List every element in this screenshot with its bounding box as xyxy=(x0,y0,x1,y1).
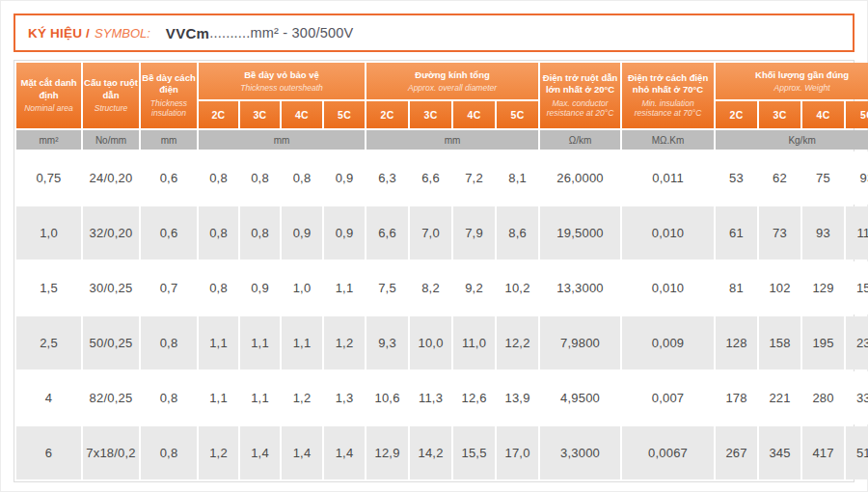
data-cell: 4 xyxy=(16,371,81,424)
data-cell: 14,2 xyxy=(410,426,451,479)
header-label-vi: Điện trở ruột dẫn lớn nhất ở 20°C xyxy=(541,72,619,96)
data-cell: 10,0 xyxy=(410,316,451,369)
data-cell: 195 xyxy=(802,316,844,369)
data-cell: 0,8 xyxy=(199,261,238,314)
symbol-spec: ..........mm² - 300/500V xyxy=(209,25,353,41)
subcolumn-header: 5C xyxy=(324,101,365,128)
data-cell: 73 xyxy=(759,206,800,260)
data-cell: 1,0 xyxy=(282,261,322,314)
table-row: 0,7524/0,200,60,80,80,80,96,36,67,28,126… xyxy=(16,151,868,205)
data-cell: 93 xyxy=(802,206,844,260)
data-cell: 62 xyxy=(759,151,800,205)
data-cell: 4,9500 xyxy=(540,371,620,424)
data-cell: 82/0,25 xyxy=(83,371,139,424)
data-cell: 53 xyxy=(716,151,757,205)
data-cell: 15,5 xyxy=(453,426,495,479)
header-label-en: Structure xyxy=(84,103,138,114)
units-row: mm²No/mmmmmmmmΩ/kmMΩ.KmKg/km xyxy=(16,130,868,150)
data-cell: 0,8 xyxy=(141,371,197,424)
data-cell: 1,2 xyxy=(199,426,238,479)
header-label-en: Thickness insulation xyxy=(142,98,196,119)
symbol-label-en: SYMBOL: xyxy=(95,26,150,41)
header-label-vi: Điện trở cách điện nhỏ nhất ở 70°C xyxy=(623,72,713,96)
data-cell: 0,8 xyxy=(141,426,197,479)
table-row: 1,032/0,200,60,80,80,90,96,67,07,98,619,… xyxy=(16,206,868,260)
data-cell: 0,8 xyxy=(240,151,280,205)
data-cell: 10,2 xyxy=(497,261,538,314)
symbol-title-bar: KÝ HIỆU / SYMBOL: VVCm ..........mm² - 3… xyxy=(14,14,854,52)
data-cell: 61 xyxy=(716,206,757,260)
data-cell: 0,010 xyxy=(622,261,714,314)
data-cell: 0,010 xyxy=(622,206,714,260)
data-cell: 24/0,20 xyxy=(83,151,139,205)
data-cell: 6 xyxy=(16,426,81,479)
column-group-header: Đường kính tổngApprox. overall diameter xyxy=(366,63,538,99)
data-cell: 7,9800 xyxy=(540,316,620,369)
spec-table: Mặt cắt danh địnhNominal areaCấu tạo ruộ… xyxy=(14,61,868,481)
data-cell: 280 xyxy=(802,371,844,424)
data-cell: 345 xyxy=(759,426,800,479)
unit-cell: Ω/km xyxy=(540,130,620,150)
data-cell: 0,0067 xyxy=(622,426,714,479)
data-cell: 0,9 xyxy=(324,206,365,260)
table-header: Mặt cắt danh địnhNominal areaCấu tạo ruộ… xyxy=(16,63,868,150)
table-row: 1,530/0,250,70,80,91,01,17,58,29,210,213… xyxy=(16,261,868,314)
data-cell: 7,0 xyxy=(410,206,451,260)
data-cell: 9,3 xyxy=(366,316,408,369)
column-group-header: Bề dày vỏ bảo vệThickness outersheath xyxy=(199,63,365,99)
data-cell: 1,1 xyxy=(199,316,238,369)
data-cell: 0,8 xyxy=(199,206,238,260)
subcolumn-header: 3C xyxy=(759,101,800,128)
data-cell: 0,6 xyxy=(141,151,197,205)
unit-cell: No/mm xyxy=(83,130,139,150)
data-cell: 1,4 xyxy=(282,426,322,479)
subcolumn-header: 4C xyxy=(282,101,322,128)
data-cell: 17,0 xyxy=(497,426,538,479)
data-cell: 2,5 xyxy=(16,316,81,369)
data-cell: 81 xyxy=(716,261,757,314)
subcolumn-header: 3C xyxy=(240,101,280,128)
data-cell: 0,6 xyxy=(141,206,197,260)
data-cell: 6,6 xyxy=(366,206,408,260)
data-cell: 12,9 xyxy=(366,426,408,479)
data-cell: 13,3000 xyxy=(540,261,620,314)
subcolumn-header: 4C xyxy=(802,101,844,128)
data-cell: 19,5000 xyxy=(540,206,620,260)
data-cell: 3,3000 xyxy=(540,426,620,479)
header-label-en: Max. conductor resistance at 20°C xyxy=(541,98,619,119)
data-cell: 9,2 xyxy=(453,261,495,314)
data-cell: 8,1 xyxy=(497,151,538,205)
data-cell: 1,1 xyxy=(240,371,280,424)
table-body: 0,7524/0,200,60,80,80,80,96,36,67,28,126… xyxy=(16,151,868,479)
data-cell: 0,8 xyxy=(282,151,322,205)
header-label-en: Thickness outersheath xyxy=(200,83,364,94)
data-cell: 1,4 xyxy=(324,426,365,479)
header-label-vi: Đường kính tổng xyxy=(367,69,537,81)
data-cell: 157 xyxy=(846,261,868,314)
subcolumn-header: 4C xyxy=(453,101,495,128)
unit-cell: mm xyxy=(199,130,365,150)
data-cell: 0,007 xyxy=(622,371,714,424)
symbol-value: VVCm xyxy=(166,25,209,41)
data-cell: 0,8 xyxy=(240,206,280,260)
header-group-row: Mặt cắt danh địnhNominal areaCấu tạo ruộ… xyxy=(16,63,868,99)
data-cell: 1,1 xyxy=(240,316,280,369)
data-cell: 26,0000 xyxy=(540,151,620,205)
data-cell: 7,9 xyxy=(453,206,495,260)
unit-cell: mm² xyxy=(16,130,81,150)
catalog-page: KÝ HIỆU / SYMBOL: VVCm ..........mm² - 3… xyxy=(0,0,868,492)
data-cell: 158 xyxy=(759,316,800,369)
data-cell: 102 xyxy=(759,261,800,314)
data-cell: 128 xyxy=(716,316,757,369)
data-cell: 50/0,25 xyxy=(83,316,139,369)
header-label-vi: Khối lượng gần đúng xyxy=(717,69,868,81)
symbol-label-vi: KÝ HIỆU / xyxy=(28,26,90,41)
column-group-header: Cấu tạo ruột dẫnStructure xyxy=(83,63,139,128)
data-cell: 0,009 xyxy=(622,316,714,369)
data-cell: 1,3 xyxy=(324,371,365,424)
data-cell: 1,1 xyxy=(324,261,365,314)
data-cell: 0,9 xyxy=(324,151,365,205)
column-group-header: Khối lượng gần đúngApprox. Weight xyxy=(716,63,868,99)
data-cell: 1,0 xyxy=(16,206,81,260)
spec-table-wrapper: Mặt cắt danh địnhNominal areaCấu tạo ruộ… xyxy=(14,60,854,482)
